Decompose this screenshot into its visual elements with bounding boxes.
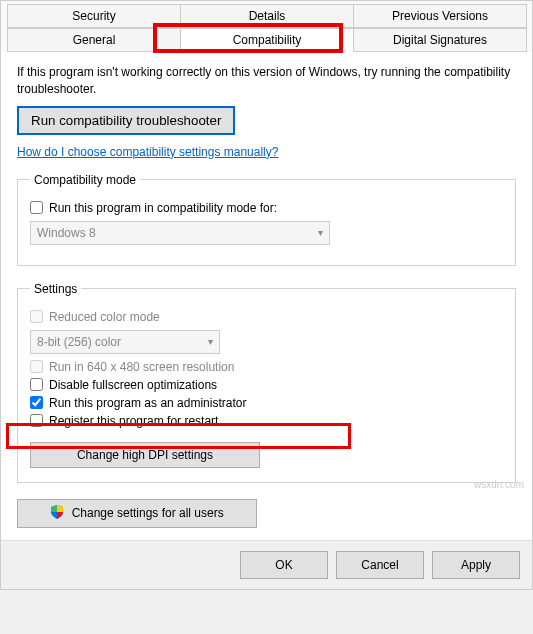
- settings-legend: Settings: [30, 282, 81, 296]
- compat-mode-label: Run this program in compatibility mode f…: [49, 201, 277, 215]
- compat-mode-check-row[interactable]: Run this program in compatibility mode f…: [30, 201, 503, 215]
- run-admin-row[interactable]: Run this program as an administrator: [30, 396, 503, 410]
- register-restart-label: Register this program for restart: [49, 414, 218, 428]
- change-all-users-label: Change settings for all users: [72, 505, 224, 519]
- color-select: 8-bit (256) color ▾: [30, 330, 220, 354]
- compat-mode-select: Windows 8 ▾: [30, 221, 330, 245]
- cancel-button[interactable]: Cancel: [336, 551, 424, 579]
- tab-digital-signatures[interactable]: Digital Signatures: [353, 28, 527, 52]
- tab-security[interactable]: Security: [7, 4, 181, 28]
- compat-mode-checkbox[interactable]: [30, 201, 43, 214]
- run-640-label: Run in 640 x 480 screen resolution: [49, 360, 234, 374]
- reduced-color-label: Reduced color mode: [49, 310, 160, 324]
- manual-settings-link[interactable]: How do I choose compatibility settings m…: [17, 145, 278, 159]
- ok-button[interactable]: OK: [240, 551, 328, 579]
- run-640-row: Run in 640 x 480 screen resolution: [30, 360, 503, 374]
- description-text: If this program isn't working correctly …: [17, 64, 516, 98]
- chevron-down-icon: ▾: [208, 336, 213, 347]
- tab-general[interactable]: General: [7, 28, 181, 52]
- shield-icon: [50, 505, 64, 522]
- compatibility-mode-group: Compatibility mode Run this program in c…: [17, 173, 516, 266]
- disable-fullscreen-label: Disable fullscreen optimizations: [49, 378, 217, 392]
- color-select-value: 8-bit (256) color: [37, 335, 121, 349]
- run-troubleshooter-button[interactable]: Run compatibility troubleshooter: [17, 106, 235, 135]
- register-restart-row[interactable]: Register this program for restart: [30, 414, 503, 428]
- apply-button[interactable]: Apply: [432, 551, 520, 579]
- run-admin-label: Run this program as an administrator: [49, 396, 246, 410]
- disable-fullscreen-row[interactable]: Disable fullscreen optimizations: [30, 378, 503, 392]
- tab-details[interactable]: Details: [180, 4, 354, 28]
- register-restart-checkbox[interactable]: [30, 414, 43, 427]
- run-admin-checkbox[interactable]: [30, 396, 43, 409]
- tab-compatibility[interactable]: Compatibility: [180, 28, 354, 52]
- compatibility-mode-legend: Compatibility mode: [30, 173, 140, 187]
- tab-previous-versions[interactable]: Previous Versions: [353, 4, 527, 28]
- disable-fullscreen-checkbox[interactable]: [30, 378, 43, 391]
- settings-group: Settings Reduced color mode 8-bit (256) …: [17, 282, 516, 483]
- compat-mode-select-value: Windows 8: [37, 226, 96, 240]
- run-640-checkbox: [30, 360, 43, 373]
- reduced-color-checkbox: [30, 310, 43, 323]
- chevron-down-icon: ▾: [318, 227, 323, 238]
- reduced-color-row: Reduced color mode: [30, 310, 503, 324]
- change-dpi-button[interactable]: Change high DPI settings: [30, 442, 260, 468]
- change-all-users-button[interactable]: Change settings for all users: [17, 499, 257, 528]
